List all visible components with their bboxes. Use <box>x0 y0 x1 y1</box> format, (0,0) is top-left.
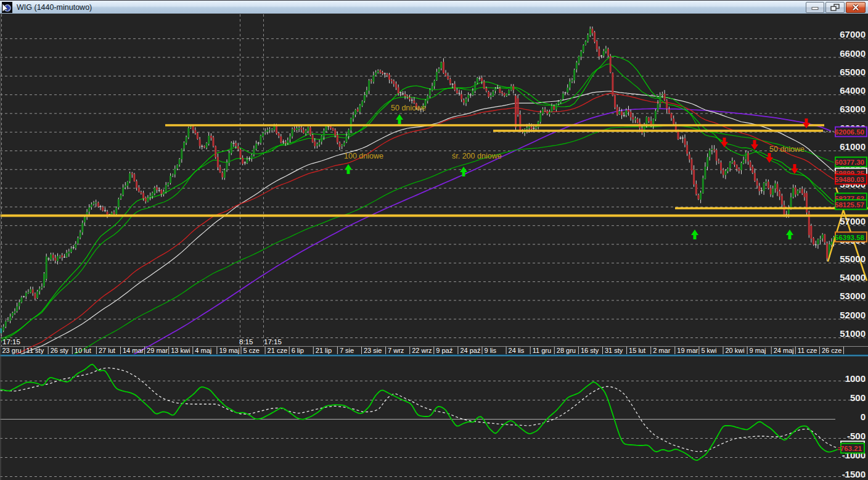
svg-text:-1500: -1500 <box>842 469 866 479</box>
svg-text:16 sty: 16 sty <box>581 347 599 354</box>
svg-text:26 sty: 26 sty <box>51 347 69 354</box>
svg-text:11 gru: 11 gru <box>533 347 551 354</box>
svg-text:59480.03: 59480.03 <box>835 176 864 183</box>
svg-text:31 sty: 31 sty <box>605 347 623 354</box>
svg-text:52000: 52000 <box>840 310 866 320</box>
svg-text:50 dniowe: 50 dniowe <box>391 104 426 112</box>
svg-text:4 maj: 4 maj <box>195 347 211 354</box>
svg-text:0: 0 <box>861 412 866 422</box>
svg-text:51000: 51000 <box>840 328 866 339</box>
svg-text:5 kwi: 5 kwi <box>701 347 716 354</box>
svg-text:60377.30: 60377.30 <box>835 159 864 166</box>
svg-text:67000: 67000 <box>840 29 866 39</box>
svg-text:2 mar: 2 mar <box>653 347 670 354</box>
svg-text:23 gru: 23 gru <box>2 347 22 354</box>
svg-text:500: 500 <box>850 392 866 403</box>
svg-text:50 dniowe: 50 dniowe <box>769 145 805 154</box>
svg-text:9 maj: 9 maj <box>750 347 766 354</box>
svg-text:15 lut: 15 lut <box>629 347 645 354</box>
svg-text:1000: 1000 <box>845 373 866 384</box>
svg-text:11 cze: 11 cze <box>798 347 817 354</box>
svg-text:28 gru: 28 gru <box>557 347 576 354</box>
svg-text:29 mar: 29 mar <box>147 347 168 354</box>
svg-text:24 maj: 24 maj <box>774 347 794 354</box>
svg-text:27 lut: 27 lut <box>99 347 115 354</box>
svg-text:21 cze: 21 cze <box>268 347 287 354</box>
svg-text:5 cze: 5 cze <box>244 347 260 354</box>
svg-text:53000: 53000 <box>840 291 866 301</box>
svg-text:-500: -500 <box>847 431 866 441</box>
svg-text:66000: 66000 <box>840 48 866 59</box>
svg-text:22 wrz: 22 wrz <box>412 347 432 354</box>
svg-text:63000: 63000 <box>840 104 866 114</box>
svg-text:śr. 200 dniowe: śr. 200 dniowe <box>452 152 502 160</box>
svg-text:21 lip: 21 lip <box>316 347 332 354</box>
svg-text:10 lut: 10 lut <box>75 347 91 354</box>
svg-text:100 dniowe: 100 dniowe <box>344 152 383 160</box>
svg-text:24 paź: 24 paź <box>460 347 480 354</box>
svg-text:17:15: 17:15 <box>2 338 20 346</box>
svg-text:65000: 65000 <box>840 67 866 77</box>
svg-text:9 paź: 9 paź <box>436 347 452 354</box>
svg-text:56393.58: 56393.58 <box>835 234 865 241</box>
svg-text:26 cze: 26 cze <box>822 347 841 354</box>
svg-text:55000: 55000 <box>840 254 866 264</box>
svg-text:64000: 64000 <box>840 85 866 96</box>
svg-text:6 lip: 6 lip <box>292 347 304 354</box>
svg-text:19 mar: 19 mar <box>677 347 698 354</box>
svg-text:61000: 61000 <box>840 141 866 152</box>
svg-text:54000: 54000 <box>840 272 866 283</box>
svg-text:17:15: 17:15 <box>264 338 282 346</box>
svg-text:11 sty: 11 sty <box>27 347 44 354</box>
svg-text:58125.57: 58125.57 <box>835 201 864 209</box>
svg-text:9 lis: 9 lis <box>485 347 497 354</box>
svg-text:57000: 57000 <box>840 216 866 226</box>
svg-text:23 sie: 23 sie <box>364 347 382 354</box>
svg-text:13 kwi: 13 kwi <box>171 347 190 354</box>
svg-text:7 sie: 7 sie <box>340 347 354 354</box>
svg-text:14 mar: 14 mar <box>123 347 144 354</box>
svg-text:24 lis: 24 lis <box>509 347 525 354</box>
svg-text:-763.21: -763.21 <box>838 445 862 452</box>
svg-text:19 maj: 19 maj <box>219 347 239 354</box>
svg-text:62006.50: 62006.50 <box>835 128 864 136</box>
svg-text:8:15: 8:15 <box>239 338 253 346</box>
svg-text:20 kwi: 20 kwi <box>726 347 745 354</box>
svg-text:7 wrz: 7 wrz <box>388 347 404 354</box>
